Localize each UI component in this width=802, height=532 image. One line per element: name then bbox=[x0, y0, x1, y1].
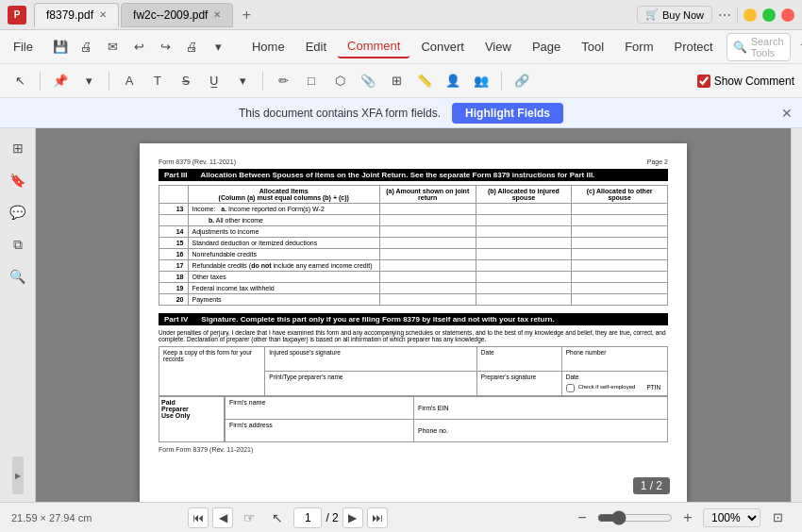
table-row: 20 Payments bbox=[159, 294, 668, 306]
share-icon[interactable]: ⬆ bbox=[793, 36, 802, 58]
menu-home[interactable]: Home bbox=[242, 36, 294, 58]
cursor-tool[interactable]: ☞ bbox=[237, 506, 261, 530]
close-button[interactable] bbox=[781, 8, 794, 22]
penalty-text: Under penalties of perjury, I declare th… bbox=[159, 329, 668, 342]
preparer-sig-cell: Preparer's signature bbox=[476, 372, 561, 396]
firm-name-cell: Firm's name bbox=[226, 397, 414, 420]
strikeout-tool[interactable]: S̶ bbox=[174, 69, 198, 93]
menu-file[interactable]: File bbox=[4, 36, 42, 58]
area-tool[interactable]: ⊞ bbox=[384, 69, 409, 93]
highlight-fields-button[interactable]: Highlight Fields bbox=[452, 103, 563, 124]
text-tool[interactable]: T bbox=[145, 69, 170, 93]
part4-badge: Part IV bbox=[159, 313, 193, 325]
toolbar-undo[interactable]: ↩ bbox=[127, 35, 152, 59]
zoom-in-button[interactable]: + bbox=[678, 508, 697, 527]
toolbar-print2[interactable]: 🖨 bbox=[180, 35, 205, 59]
xfa-close-icon[interactable]: ✕ bbox=[781, 106, 793, 121]
show-comment-checkbox[interactable] bbox=[697, 75, 710, 88]
prev-page-button[interactable]: ◀ bbox=[212, 507, 233, 528]
part3-header: Part III Allocation Between Spouses of I… bbox=[159, 169, 668, 181]
toolbar-dropdown[interactable]: ▾ bbox=[207, 35, 231, 59]
menubar: File 💾 🖨 ✉ ↩ ↪ 🖨 ▾ Home Edit Comment Con… bbox=[0, 30, 802, 64]
more-options-icon[interactable]: ⋯ bbox=[718, 8, 731, 23]
panel-comment-icon[interactable]: 💬 bbox=[6, 200, 30, 224]
last-page-button[interactable]: ⏭ bbox=[367, 507, 388, 528]
page-badge: 1 / 2 bbox=[633, 477, 670, 494]
highlight-tool[interactable]: A bbox=[117, 69, 142, 93]
toolbar-save[interactable]: 💾 bbox=[48, 35, 73, 59]
preparer-name-cell: Print/Type preparer's name bbox=[265, 372, 477, 396]
first-page-button[interactable]: ⏮ bbox=[188, 507, 209, 528]
link-tool[interactable]: 🔗 bbox=[510, 69, 534, 93]
measure-tool[interactable]: 📏 bbox=[412, 69, 437, 93]
toolbar-redo[interactable]: ↪ bbox=[154, 35, 178, 59]
phone-cell: Phone number bbox=[561, 347, 667, 372]
zoom-controls: − + 100% 75% 50% 150% 200% ⊡ bbox=[573, 506, 791, 530]
select-tool2[interactable]: ↖ bbox=[265, 506, 290, 530]
shape-tool[interactable]: □ bbox=[299, 69, 324, 93]
zoom-select[interactable]: 100% 75% 50% 150% 200% bbox=[703, 508, 760, 527]
zoom-out-button[interactable]: − bbox=[573, 508, 592, 527]
app-icon: P bbox=[8, 6, 26, 25]
tab-f8379-close[interactable]: ✕ bbox=[99, 9, 107, 20]
maximize-button[interactable] bbox=[762, 8, 776, 22]
menu-view[interactable]: View bbox=[476, 36, 521, 58]
draw-tool[interactable]: ✏ bbox=[271, 69, 295, 93]
stamp-tool[interactable]: ⬡ bbox=[327, 69, 352, 93]
page-number: Page 2 bbox=[647, 158, 668, 165]
bottom-form-label: Form Firm's name Form 8379 (Rev. 11-2021… bbox=[159, 446, 668, 453]
toolbar-email[interactable]: ✉ bbox=[101, 35, 125, 59]
part3-badge: Part III bbox=[159, 169, 192, 181]
attach-tool[interactable]: 📎 bbox=[356, 69, 380, 93]
minimize-button[interactable] bbox=[744, 8, 757, 22]
self-employed-checkbox[interactable] bbox=[566, 384, 575, 392]
tab-fw2c-close[interactable]: ✕ bbox=[213, 9, 221, 20]
tab-f8379[interactable]: f8379.pdf ✕ bbox=[34, 3, 119, 27]
text-dropdown[interactable]: ▾ bbox=[230, 69, 255, 93]
paid-preparer-section: Paid Preparer Use Only Firm's name Firm'… bbox=[159, 396, 668, 442]
menu-protect[interactable]: Protect bbox=[664, 36, 722, 58]
tab-fw2c[interactable]: fw2c--2009.pdf ✕ bbox=[121, 3, 233, 27]
search-tools-box[interactable]: 🔍 Search Tools bbox=[727, 33, 791, 61]
menu-edit[interactable]: Edit bbox=[296, 36, 336, 58]
buy-now-button[interactable]: 🛒 Buy Now bbox=[637, 6, 712, 24]
panel-page-icon[interactable]: ⊞ bbox=[6, 136, 30, 160]
new-tab-button[interactable]: + bbox=[235, 4, 258, 26]
person2-tool[interactable]: 👥 bbox=[469, 69, 493, 93]
page-navigation: ⏮ ◀ ☞ ↖ / 2 ▶ ⏭ bbox=[188, 506, 387, 530]
col-a-header: Allocated Items (Column (a) must equal c… bbox=[188, 186, 379, 204]
select-tool[interactable]: ↖ bbox=[8, 69, 32, 93]
panel-search-icon[interactable]: 🔍 bbox=[6, 264, 30, 289]
right-scroll-panel[interactable] bbox=[791, 128, 802, 502]
person-tool[interactable]: 👤 bbox=[441, 69, 465, 93]
phone-no-cell: Phone no. bbox=[414, 420, 668, 442]
menu-convert[interactable]: Convert bbox=[411, 36, 474, 58]
table-row: 14 Adjustments to income bbox=[159, 226, 668, 238]
injured-sig-cell: Injured spouse's signature bbox=[265, 347, 477, 372]
firm-address-cell: Firm's address bbox=[226, 420, 414, 442]
part4-title: Signature. Complete this part only if yo… bbox=[193, 313, 668, 325]
table-row: 17 Refundable credits (do not include an… bbox=[159, 260, 668, 272]
panel-expand-button[interactable]: ▶ bbox=[12, 457, 24, 494]
note-tool[interactable]: 📌 bbox=[48, 69, 73, 93]
table-row: 15 Standard deduction or itemized deduct… bbox=[159, 238, 668, 249]
table-row: 16 Nonrefundable credits bbox=[159, 249, 668, 260]
col-b-header: (a) Amount shown on joint return bbox=[379, 186, 476, 204]
toolbar-print[interactable]: 🖨 bbox=[75, 35, 99, 59]
footer: 21.59 × 27.94 cm ⏮ ◀ ☞ ↖ / 2 ▶ ⏭ − + 100… bbox=[0, 502, 802, 532]
menu-tool[interactable]: Tool bbox=[572, 36, 613, 58]
page-input[interactable] bbox=[293, 507, 322, 528]
panel-layer-icon[interactable]: ⧉ bbox=[6, 232, 30, 257]
menu-page[interactable]: Page bbox=[523, 36, 570, 58]
paid-label: Paid Preparer Use Only bbox=[159, 396, 225, 442]
fit-page-icon[interactable]: ⊡ bbox=[766, 506, 791, 530]
menu-form[interactable]: Form bbox=[615, 36, 662, 58]
pdf-viewer[interactable]: Form 8379 (Rev. 11-2021) Page 2 Part III… bbox=[36, 128, 791, 502]
underline-tool[interactable]: U̲ bbox=[202, 69, 226, 93]
part3-title: Allocation Between Spouses of Items on t… bbox=[192, 169, 668, 181]
note-dropdown[interactable]: ▾ bbox=[76, 69, 101, 93]
zoom-slider[interactable] bbox=[597, 510, 673, 525]
menu-comment[interactable]: Comment bbox=[338, 35, 409, 58]
panel-bookmark-icon[interactable]: 🔖 bbox=[6, 168, 30, 192]
next-page-button[interactable]: ▶ bbox=[343, 507, 363, 528]
